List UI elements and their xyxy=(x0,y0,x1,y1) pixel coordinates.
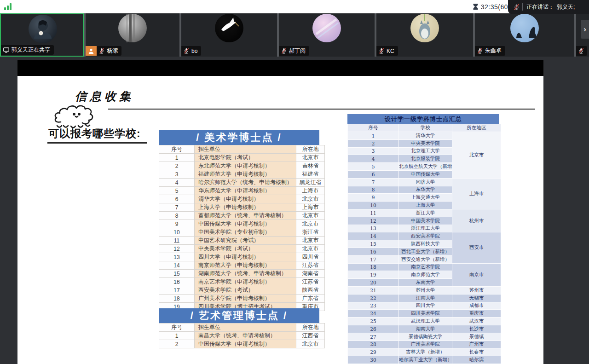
table-cell-index: 1 xyxy=(348,132,399,140)
table-cell-school: 南京艺术学院 xyxy=(399,263,452,271)
table-cell-school: 西安交通大学（新增） xyxy=(399,255,452,263)
role-badge-icon xyxy=(86,46,97,56)
table-row: 24四川美术学院重庆市 xyxy=(348,310,501,318)
divider-line xyxy=(108,109,535,110)
table-cell-index: 9 xyxy=(348,194,399,202)
table-cell-region: 长春市 xyxy=(452,348,501,356)
sheep-doodle-icon xyxy=(50,102,110,130)
table-cell: 12 xyxy=(159,245,195,253)
table-header-row: 序号招生单位所在地 xyxy=(159,324,325,332)
table-cell-region: 重庆市 xyxy=(452,310,501,318)
table-title: 设计学一级学科博士点汇总 xyxy=(347,114,499,124)
table-cell: 华东师范大学（申请考核制） xyxy=(195,187,296,195)
speaking-label: 正在讲话： xyxy=(526,3,554,11)
table-cell-school: 东南大学 xyxy=(399,279,452,287)
table-cell: 北京电影学院（考试） xyxy=(195,154,296,162)
table-row: 11中国艺术研究院（考试）北京市 xyxy=(159,237,325,245)
participant-tile[interactable]: 朱鑫卓 xyxy=(475,13,574,57)
table-cell-region: 广州市 xyxy=(452,341,501,348)
table-cell: 6 xyxy=(159,195,195,203)
table-cell: 13 xyxy=(159,253,195,261)
table-cell: 四川大学（申请考核制） xyxy=(195,253,296,261)
table-row: 4哈尔滨师范大学（统考、申请考核制）黑龙江省 xyxy=(159,179,325,187)
table-cell-school: 武汉理工大学 xyxy=(399,318,452,325)
table-cell-school: 江南大学 xyxy=(399,294,452,302)
strip-scroll-right-button[interactable]: › xyxy=(581,20,589,39)
table-row: 15湖南师范大学（统考、申请考核制）湖南省 xyxy=(159,270,325,278)
mic-muted-icon xyxy=(477,48,483,54)
table-cell-index: 22 xyxy=(348,294,399,302)
table-cell: 北京市 xyxy=(296,237,325,245)
participant-tile[interactable]: KC xyxy=(376,13,473,57)
table-row: 1清华大学北京市 xyxy=(348,132,501,140)
column-header: 学校 xyxy=(399,124,452,132)
table-cell: 湖南省 xyxy=(296,270,325,278)
participant-tile[interactable]: 郝丁阅 xyxy=(279,13,375,57)
table-cell-index: 18 xyxy=(348,263,399,271)
table-cell-index: 28 xyxy=(348,341,399,348)
table-cell-index: 15 xyxy=(348,240,399,248)
table-cell: 4 xyxy=(159,179,195,187)
table-cell-school: 苏州大学 xyxy=(399,286,452,294)
table-cell: 16 xyxy=(159,278,195,286)
table-cell-index: 23 xyxy=(348,302,399,310)
table-cell-school: 湖南大学 xyxy=(399,325,452,333)
table-cell: 北京市 xyxy=(296,340,325,348)
table-row: 18南京艺术学院南京市 xyxy=(348,263,501,271)
table-row: 26湖南大学长沙市 xyxy=(348,325,501,333)
table-row: 8首都师范大学（统考、申请考核制）北京市 xyxy=(159,212,325,220)
table-cell-index: 24 xyxy=(348,310,399,318)
crane-avatar-art xyxy=(215,14,243,42)
table-cell-school: 清华大学 xyxy=(399,132,452,140)
table-cell-index: 17 xyxy=(348,255,399,263)
table-row: 13四川大学（申请考核制）四川省 xyxy=(159,253,325,261)
table-cell-school: 上海大学 xyxy=(399,202,452,209)
name-pill: 朱鑫卓 xyxy=(475,46,505,56)
table-row: 12中央美术学院（考试）北京市 xyxy=(159,245,325,253)
totoro-avatar-art xyxy=(410,14,439,42)
fine-art-phd-table: / 美术学博士点 /序号招生单位所在地1北京电影学院（考试）北京市2东北师范大学… xyxy=(159,130,319,311)
avatar xyxy=(29,15,57,43)
table-cell-region: 上海市 xyxy=(452,178,501,209)
column-header: 所在地 xyxy=(296,145,325,154)
avatar xyxy=(312,14,341,42)
table-row: 14南京师范大学（申请考核制）江苏省 xyxy=(159,261,325,270)
name-pill: KC xyxy=(376,46,398,56)
participant-tile[interactable]: 郭义天正在共享 xyxy=(0,13,84,57)
shared-slide: 信息收集 可以报考哪些学校: / 美术学博士点 /序号招生单位所在地1北京电影学… xyxy=(17,76,543,364)
table-cell: 中国美术学院（专业初审制） xyxy=(195,228,296,237)
table-cell: 中央美术学院（考试） xyxy=(195,245,296,253)
column-header: 所在地区 xyxy=(452,124,501,132)
table-cell: 清华大学（申请考核制） xyxy=(195,195,296,203)
table-cell: 17 xyxy=(159,286,195,295)
table-cell: 2 xyxy=(159,340,195,348)
table-cell: 湖南师范大学（统考、申请考核制） xyxy=(195,270,296,278)
table-cell-school: 西安美术学院 xyxy=(399,232,452,240)
table-cell: 5 xyxy=(159,187,195,195)
name-pill: 郝丁阅 xyxy=(279,46,309,56)
table-cell: 2 xyxy=(159,162,195,170)
participant-tile[interactable]: 杨潆 xyxy=(86,13,179,57)
table-cell: 3 xyxy=(159,170,195,179)
table-cell: 北京市 xyxy=(296,195,325,203)
table-cell-region: 武汉市 xyxy=(452,318,501,325)
table-cell-index: 27 xyxy=(348,333,399,341)
table-row: 14西安美术学院西安市 xyxy=(348,232,501,240)
photo-avatar-art xyxy=(118,14,147,42)
network-signal-icon xyxy=(4,3,12,10)
table: 序号招生单位所在地1北京电影学院（考试）北京市2东北师范大学（申请考核制）吉林省… xyxy=(159,145,325,311)
avatar xyxy=(510,14,539,42)
participant-tile[interactable]: bo xyxy=(181,13,277,57)
avatar xyxy=(215,14,243,42)
table-cell-school: 浙江理工大学 xyxy=(399,225,452,232)
table-row: 23四川大学成都市 xyxy=(348,302,501,310)
table-cell-index: 12 xyxy=(348,217,399,225)
mic-muted-icon xyxy=(578,48,584,54)
table-cell: 11 xyxy=(159,237,195,245)
participant-name: KC xyxy=(387,48,394,54)
speaking-names: 郭义天; xyxy=(557,3,575,11)
table-cell-index: 6 xyxy=(348,170,399,178)
table-cell-school: 中国美术学院 xyxy=(399,217,452,225)
table-cell-school: 陕西科技大学 xyxy=(399,240,452,248)
table-cell: 广东省 xyxy=(296,295,325,303)
